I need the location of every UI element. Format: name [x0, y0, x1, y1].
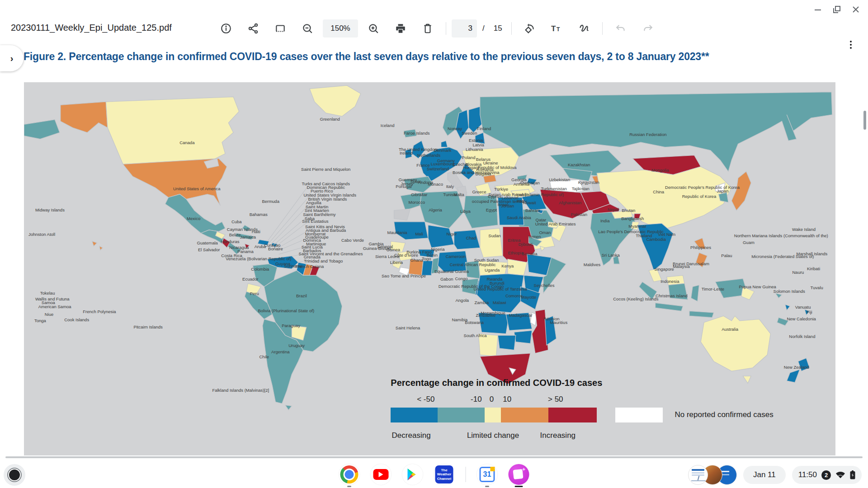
fit-page-button[interactable] [270, 19, 290, 38]
page-number-field[interactable]: 3 [452, 19, 477, 38]
map-country-label: Cambodia [646, 236, 666, 241]
minimize-button[interactable] [812, 4, 824, 15]
map-country-label: Uzbekistan [549, 177, 570, 182]
tote-document-thumbnail[interactable] [688, 465, 708, 485]
app-gallery[interactable] [509, 464, 529, 485]
system-tray-button[interactable]: 11:50 2 [792, 466, 862, 484]
map-country-label: Chile [259, 354, 269, 359]
legend-tick-label: 0 [490, 395, 494, 404]
text-annotation-button[interactable]: T T [547, 19, 567, 38]
figure-title: Figure 2. Percentage change in confirmed… [24, 51, 837, 63]
launcher-icon [8, 469, 21, 481]
page-number-value: 3 [468, 24, 472, 33]
draw-button[interactable] [574, 19, 594, 38]
map-country-label: Angola [456, 298, 469, 303]
map-country-label: Kazakhstan [568, 162, 590, 167]
map-country-label: Congo [455, 276, 468, 281]
map-country-label: Jordan [501, 203, 514, 208]
map-country-label: Egypt [486, 207, 497, 212]
map-country-label: Denmark [434, 148, 452, 153]
map-country-label: Bulgaria [476, 171, 491, 176]
map-country-label: Guinea [386, 247, 400, 252]
restore-button[interactable] [831, 4, 843, 15]
map-country-label: Burundi [490, 281, 505, 286]
pdf-toolbar: 20230111_Weekly_Epi_Update_125.pdf [0, 16, 868, 41]
map-country-label: Spain [410, 178, 421, 183]
map-country-label: Mauritania [387, 230, 407, 235]
svg-text:T: T [551, 24, 556, 33]
map-country-label: Sri Lanka [602, 253, 620, 258]
no-cases-label: No reported confirmed cases [675, 410, 773, 419]
sidebar-expand-button[interactable]: › [0, 45, 24, 71]
map-country-label: Guam [743, 240, 755, 245]
map-country-label: Kenya [501, 263, 514, 268]
map-country-label: Luxembourg [431, 161, 455, 166]
app-youtube[interactable] [371, 464, 392, 485]
map-country-label: Monaco [428, 181, 443, 186]
print-button[interactable] [391, 19, 410, 38]
app-calendar[interactable]: 31 [477, 464, 498, 485]
map-country-label: Saint Helena [396, 325, 420, 330]
legend-ticks: < -50-10010> 50 [391, 395, 597, 404]
svg-text:T: T [557, 26, 560, 33]
legend-title: Percentage change in confirmed COVID-19 … [391, 378, 602, 388]
horizontal-scrollbar[interactable] [5, 456, 863, 458]
map-country-label: Cabo Verde [341, 238, 364, 243]
map-country-label: Falkland Islands (Malvinas)[2] [212, 388, 269, 393]
map-country-label: Ethiopia [508, 250, 524, 255]
delete-button[interactable] [418, 19, 438, 38]
map-country-label: Mali [415, 231, 423, 236]
status-area: Jan 11 11:50 2 [688, 464, 862, 486]
zoom-out-button[interactable] [297, 19, 317, 38]
redo-button[interactable] [638, 19, 658, 38]
zoom-in-button[interactable] [363, 19, 383, 38]
tote-holding-space[interactable] [688, 464, 737, 486]
map-country-label: Palau [721, 253, 732, 258]
map-country-label: Vanuatu [795, 305, 811, 310]
map-country-label: Mongolia [651, 168, 669, 173]
document-filename: 20230111_Weekly_Epi_Update_125.pdf [11, 23, 172, 33]
app-chrome[interactable] [339, 464, 360, 485]
shelf-divider [466, 467, 466, 482]
vertical-scrollbar-thumb[interactable] [863, 111, 866, 130]
toolbar-divider [446, 22, 446, 35]
toolbar-buttons: 150% 3 / 1 [212, 19, 661, 38]
weather-channel-icon: The Weather Channel [435, 465, 453, 483]
map-country-label: Wake Island [792, 226, 816, 231]
map-country-label: Bangladesh [621, 216, 644, 221]
map-country-label: Republic of Korea [682, 193, 717, 198]
map-country-label: Tuvalu [811, 285, 823, 290]
calendar-date-button[interactable]: Jan 11 [743, 466, 786, 484]
active-app-indicator [515, 486, 523, 487]
battery-charging-icon [850, 470, 855, 479]
more-options-button[interactable] [842, 35, 860, 55]
rotate-button[interactable] [520, 19, 540, 38]
map-country-label: India [600, 218, 610, 223]
map-country-label: Azerbaijan [519, 180, 540, 185]
map-country-label: Canada [179, 140, 194, 145]
app-weather-channel[interactable]: The Weather Channel [434, 464, 455, 485]
share-button[interactable] [243, 19, 263, 38]
calendar-icon: 31 [480, 467, 495, 482]
wifi-icon [835, 471, 845, 479]
info-button[interactable] [216, 19, 236, 38]
map-country-label: Timor-Leste [702, 286, 724, 291]
app-google-play[interactable] [402, 464, 423, 485]
undo-button[interactable] [611, 19, 631, 38]
launcher-button[interactable] [4, 464, 25, 486]
map-country-label: Turkmenistan [541, 186, 567, 191]
close-button[interactable] [850, 4, 862, 15]
map-country-label: Portugal [396, 183, 411, 188]
gallery-icon [509, 464, 529, 485]
map-country-label: Sint Eustatius [302, 219, 328, 224]
map-country-label: Türkiye [494, 187, 508, 192]
chrome-icon [340, 465, 359, 483]
zoom-level-field[interactable]: 150% [323, 19, 358, 38]
map-country-label: French Guiana [295, 264, 324, 269]
map-country-label: Bhutan [622, 208, 635, 213]
legend-segment-blue [391, 408, 438, 422]
map-country-label: Sao Tome and Principe [382, 273, 426, 278]
map-country-label: Cuba [231, 219, 242, 224]
map-country-label: Saint Pierre and Miquelon [301, 166, 350, 171]
map-country-label: United Republic of Tanzania [474, 286, 527, 291]
